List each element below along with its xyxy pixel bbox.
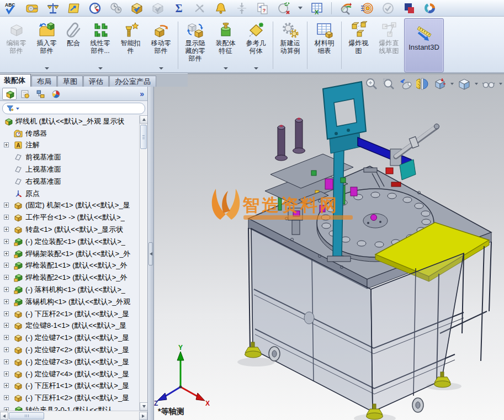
spell-check-icon[interactable]: ABC: [4, 2, 18, 15]
edrawings-icon[interactable]: [423, 2, 437, 15]
featuremanager-tab[interactable]: [2, 88, 17, 100]
expander-icon[interactable]: [4, 251, 9, 256]
exploded-view-button[interactable]: 爆炸视 图: [343, 18, 374, 72]
instant3d-button[interactable]: Instant3D: [404, 18, 444, 72]
expander-icon[interactable]: [4, 275, 9, 280]
expander-icon[interactable]: [4, 347, 9, 352]
flyout-expand-icon[interactable]: »: [140, 90, 144, 98]
design-checker-icon[interactable]: [277, 2, 290, 15]
verification-yellow-icon[interactable]: [130, 2, 144, 15]
bill-of-materials-button[interactable]: 材料明 细表: [309, 18, 339, 72]
tree-filter-input[interactable]: [2, 103, 145, 114]
expander-icon[interactable]: [4, 227, 9, 232]
configurationmanager-tab[interactable]: [33, 88, 47, 100]
tree-item-work-platform[interactable]: 工作平台<1> -> (默认<<默认>_: [0, 211, 139, 224]
model-3d-view[interactable]: 智造资料网 Y X Z: [154, 74, 504, 420]
performance-evaluation-icon[interactable]: [88, 2, 102, 15]
tree-item-locating-key-7-4[interactable]: (-) 定位键7<4> (默认<<默认>_显: [0, 368, 139, 380]
assembly-visualization-icon[interactable]: [109, 2, 123, 15]
mass-properties-icon[interactable]: [46, 2, 60, 15]
reference-geometry-button[interactable]: 参考几 何体: [241, 18, 271, 72]
section-view-icon[interactable]: [416, 77, 429, 91]
scroll-right-button[interactable]: [139, 412, 147, 420]
toolbar-dropdown-caret[interactable]: [298, 7, 303, 9]
expander-icon[interactable]: [4, 359, 9, 364]
display-style-icon[interactable]: [458, 77, 471, 91]
tree-item-right-plane[interactable]: 右视基准面: [0, 176, 139, 188]
dropdown-caret-icon[interactable]: [224, 67, 228, 70]
dropdown-caret-icon[interactable]: [159, 67, 163, 70]
insert-component-button[interactable]: 插入零 部件: [31, 18, 62, 72]
horizontal-scroll-thumb[interactable]: [9, 412, 44, 419]
panel-collapse-handle[interactable]: [148, 242, 153, 265]
mate-button[interactable]: 配合: [62, 18, 85, 72]
expander-icon[interactable]: [4, 383, 9, 388]
smart-fasteners-button[interactable]: 智能扣 件: [115, 18, 146, 72]
tab-sketch[interactable]: 草图: [57, 76, 83, 87]
tree-item-solder-drop-mechanism[interactable]: 落锡机构<1> (默认<<默认>_外观: [0, 296, 139, 308]
expander-icon[interactable]: [4, 215, 9, 220]
dropdown-caret-icon[interactable]: [98, 67, 103, 70]
zoom-fit-icon[interactable]: [365, 77, 378, 91]
tree-item-welding-gun-assembly-2[interactable]: 焊枪装配2<1> (默认<<默认>_外: [0, 272, 139, 284]
tree-item-locating-key-8-1[interactable]: 定位键8-1<1> (默认<<默认>_显: [0, 320, 139, 332]
alarm-bell-icon[interactable]: [214, 2, 227, 15]
tree-horizontal-scrollbar[interactable]: [0, 411, 147, 420]
tree-item-press-rod-1-2[interactable]: (-) 下压杆1<2> (默认<<默认>_显: [0, 392, 139, 404]
tree-item-sensors[interactable]: 传感器: [0, 127, 139, 140]
photoview-icon[interactable]: [402, 2, 416, 15]
dropdown-caret-icon[interactable]: [450, 83, 454, 85]
scroll-down-button[interactable]: [140, 402, 147, 411]
expander-icon[interactable]: [4, 203, 9, 208]
verification-gray-icon[interactable]: [151, 2, 165, 15]
hide-show-items-icon[interactable]: [482, 77, 495, 91]
realview-icon[interactable]: [339, 2, 353, 15]
design-table-icon[interactable]: X: [310, 2, 323, 15]
assembly-features-button[interactable]: 装配体 特征: [210, 18, 241, 72]
tree-item-turntable[interactable]: 转盘<1> (默认<<默认>_显示状: [0, 224, 139, 236]
simulation-check-icon[interactable]: [381, 2, 395, 15]
flow-simulation-icon[interactable]: [360, 2, 374, 15]
deviation-analysis-icon[interactable]: [193, 2, 206, 15]
move-component-button[interactable]: 移动零 部件: [146, 18, 176, 72]
graphics-area[interactable]: 智造资料网 Y X Z: [154, 73, 504, 420]
zoom-area-icon[interactable]: [382, 77, 395, 91]
measure-icon[interactable]: [25, 2, 39, 15]
linear-component-pattern-button[interactable]: 线性零 部件...: [85, 18, 115, 72]
new-motion-study-button[interactable]: 新建运 动算例: [275, 18, 305, 72]
panel-splitter[interactable]: [148, 87, 154, 420]
explode-line-sketch-button[interactable]: 爆炸直 线草图: [374, 18, 404, 72]
tree-item-front-plane[interactable]: 前视基准面: [0, 151, 139, 163]
tab-office-products[interactable]: 办公室产品: [109, 76, 156, 87]
tree-item-press-rod-1-1[interactable]: (-) 下压杆1<1> (默认<<默认>_显: [0, 380, 139, 392]
tree-item-press-rod-2[interactable]: (-) 下压杆2<1> (默认<<默认>_显: [0, 308, 139, 320]
tab-layout[interactable]: 布局: [31, 76, 57, 87]
compare-documents-icon[interactable]: ? =: [256, 2, 269, 15]
filter-caret-icon[interactable]: [16, 108, 19, 110]
tree-item-solder-rack-assembly[interactable]: 焊锡架装配<1> (默认<<默认>_外: [0, 248, 139, 260]
expander-icon[interactable]: [4, 239, 9, 244]
scroll-up-button[interactable]: [140, 115, 147, 124]
interference-detection-icon[interactable]: [235, 2, 248, 15]
show-hidden-components-button[interactable]: 显示隐 藏的零 部件: [180, 18, 210, 72]
view-orientation-icon[interactable]: [433, 77, 447, 91]
tree-item-root[interactable]: 焊线机 (默认<<默认>_外观 显示状: [0, 115, 139, 127]
tree-item-welding-gun-assembly-1[interactable]: 焊枪装配1<1> (默认<<默认>_外: [0, 260, 139, 272]
expander-icon[interactable]: [4, 311, 9, 316]
displaymanager-tab[interactable]: [49, 88, 63, 100]
vertical-scroll-thumb[interactable]: [140, 125, 147, 149]
tree-item-locating-key-7-2[interactable]: (-) 定位键7<2> (默认<<默认>_显: [0, 344, 139, 356]
section-properties-icon[interactable]: [67, 2, 81, 15]
tree-item-transfer-fixture[interactable]: 转位夹具2-0-1 (默认<<默认: [0, 404, 139, 411]
expander-icon[interactable]: [4, 263, 9, 268]
tree-item-locating-key-7-1[interactable]: (-) 定位键7<1> (默认<<默认>_显: [0, 332, 139, 344]
expander-icon[interactable]: [4, 323, 9, 328]
expander-icon[interactable]: [4, 395, 9, 400]
edit-component-button[interactable]: 编辑零 部件: [1, 18, 31, 72]
propertymanager-tab[interactable]: [18, 88, 32, 100]
tree-item-annotations[interactable]: 注解: [0, 140, 139, 152]
expander-icon[interactable]: [4, 299, 9, 304]
expander-icon[interactable]: [4, 371, 9, 376]
dropdown-caret-icon[interactable]: [499, 83, 502, 85]
dropdown-caret-icon[interactable]: [45, 67, 49, 70]
